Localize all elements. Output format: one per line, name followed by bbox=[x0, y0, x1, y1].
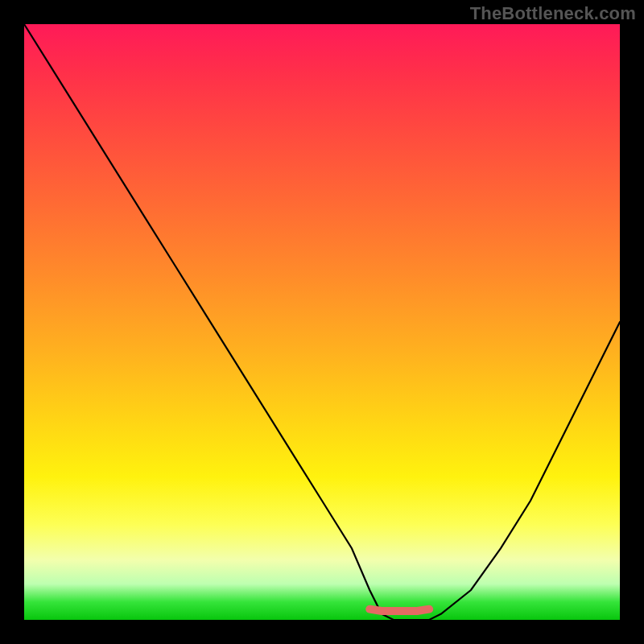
flat-bottom-marker-path bbox=[369, 609, 429, 611]
chart-container: TheBottleneck.com bbox=[0, 0, 644, 644]
plot-area bbox=[24, 24, 620, 620]
watermark-text: TheBottleneck.com bbox=[470, 3, 636, 24]
main-curve-path bbox=[24, 24, 620, 620]
chart-svg bbox=[24, 24, 620, 620]
